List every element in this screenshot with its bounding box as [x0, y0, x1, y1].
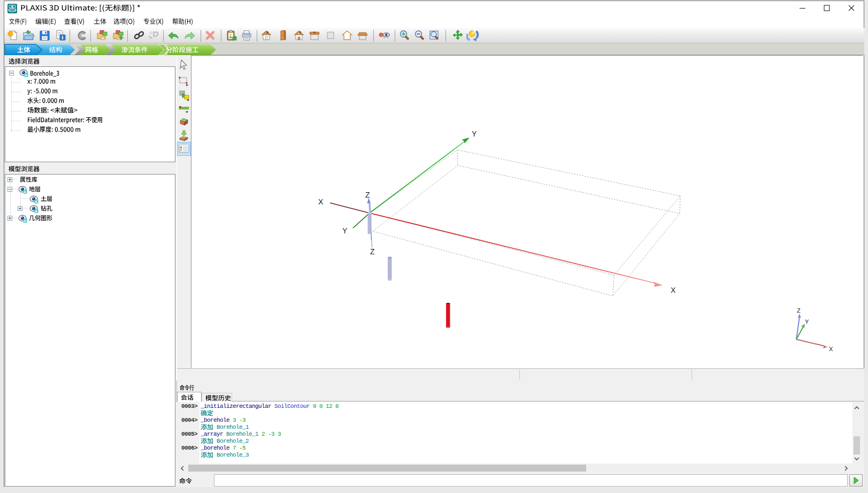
svg-text:Y: Y [805, 318, 809, 325]
svg-text:Z: Z [797, 307, 801, 314]
svg-text:X: X [318, 198, 324, 206]
svg-text:X: X [671, 286, 676, 294]
svg-text:Y: Y [342, 226, 348, 235]
svg-text:Z: Z [365, 191, 370, 199]
svg-text:Z: Z [370, 247, 375, 256]
svg-text:X: X [829, 346, 833, 352]
svg-text:Y: Y [472, 130, 477, 138]
